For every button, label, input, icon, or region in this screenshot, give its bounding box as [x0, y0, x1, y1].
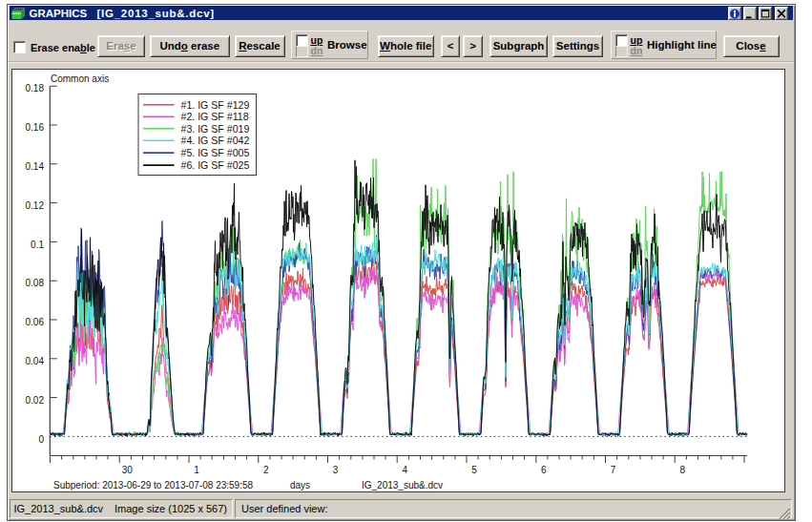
svg-text:#5. IG SF #005: #5. IG SF #005 — [181, 147, 250, 158]
svg-text:#4. IG SF #042: #4. IG SF #042 — [181, 135, 250, 146]
svg-text:#3. IG SF #019: #3. IG SF #019 — [181, 123, 250, 135]
svg-text:IG_2013_sub&.dcv: IG_2013_sub&.dcv — [362, 480, 443, 491]
svg-text:5: 5 — [471, 465, 477, 475]
svg-text:8: 8 — [679, 465, 685, 475]
svg-text:0.12: 0.12 — [26, 200, 45, 211]
svg-text:Common axis: Common axis — [51, 73, 109, 84]
svg-text:0: 0 — [38, 434, 44, 445]
svg-text:30: 30 — [122, 465, 134, 475]
svg-text:4: 4 — [402, 465, 407, 475]
svg-text:0.06: 0.06 — [26, 317, 45, 327]
svg-text:0.14: 0.14 — [26, 161, 45, 172]
svg-text:0.1: 0.1 — [31, 240, 44, 250]
svg-text:1: 1 — [194, 465, 199, 475]
svg-text:0.04: 0.04 — [26, 356, 45, 366]
svg-text:#1. IG SF #129: #1. IG SF #129 — [181, 99, 250, 111]
svg-text:#6. IG SF #025: #6. IG SF #025 — [181, 159, 250, 171]
svg-text:Subperiod: 2013-06-29 to 2013-: Subperiod: 2013-06-29 to 2013-07-08 23:5… — [53, 480, 253, 491]
svg-text:6: 6 — [541, 465, 547, 475]
svg-text:2: 2 — [263, 465, 269, 475]
svg-text:3: 3 — [333, 465, 339, 475]
svg-text:days: days — [290, 480, 310, 491]
svg-text:0.02: 0.02 — [26, 395, 45, 406]
svg-text:7: 7 — [611, 465, 616, 475]
svg-text:0.08: 0.08 — [26, 278, 45, 288]
svg-text:#2. IG SF #118: #2. IG SF #118 — [181, 111, 249, 122]
svg-text:0.16: 0.16 — [26, 122, 45, 133]
svg-text:0.18: 0.18 — [26, 83, 45, 94]
